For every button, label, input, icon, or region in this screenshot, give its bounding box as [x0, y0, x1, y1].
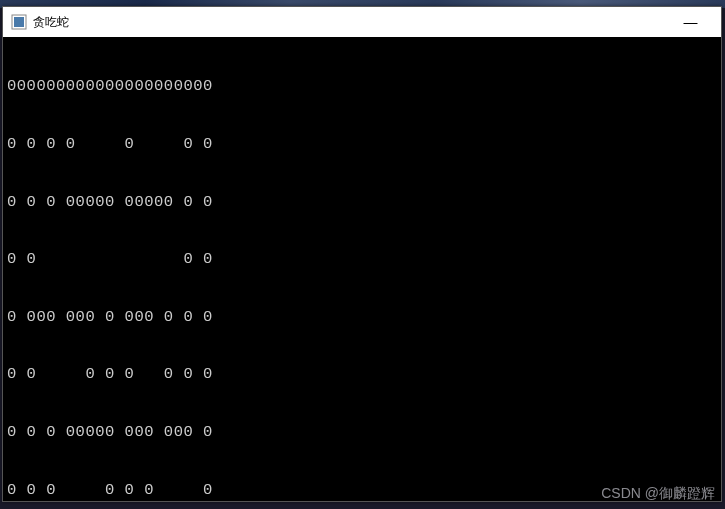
console-line: 0 0 0 0 0 0 0: [7, 481, 717, 500]
window-controls: —: [668, 7, 713, 37]
console-line: 0 0 0 00000 000 000 0: [7, 423, 717, 442]
titlebar[interactable]: 贪吃蛇 —: [3, 7, 721, 37]
console-line: 0 0 0 0 0 0 0: [7, 135, 717, 154]
console-output: 000000000000000000000 0 0 0 0 0 0 0 0 0 …: [3, 37, 721, 501]
application-window: 贪吃蛇 — 000000000000000000000 0 0 0 0 0 0 …: [2, 6, 722, 502]
console-line: 000000000000000000000: [7, 77, 717, 96]
svg-rect-1: [14, 17, 24, 27]
app-icon: [11, 14, 27, 30]
console-line: 0 0 0 0: [7, 250, 717, 269]
console-line: 0 0 0 00000 00000 0 0: [7, 193, 717, 212]
console-line: 0 0 0 0 0 0 0 0: [7, 365, 717, 384]
window-title: 贪吃蛇: [33, 14, 668, 31]
console-line: 0 000 000 0 000 0 0 0: [7, 308, 717, 327]
minimize-button[interactable]: —: [668, 7, 713, 37]
